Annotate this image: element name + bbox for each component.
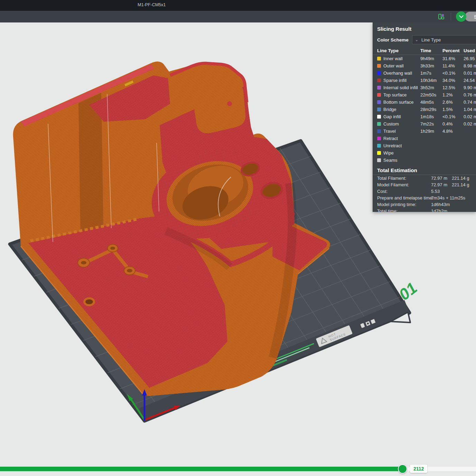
island-boss bbox=[194, 83, 246, 133]
slice-dropdown-button[interactable] bbox=[456, 11, 466, 22]
chevron-down-icon bbox=[459, 15, 464, 18]
line-type-row: Custom 7m22s0.4%0.02 m bbox=[373, 120, 476, 128]
color-scheme-dropdown[interactable]: ⌄ Line Type bbox=[412, 35, 476, 44]
line-type-row: Travel 1h29m4.8% bbox=[373, 128, 476, 135]
color-swatch bbox=[377, 78, 381, 82]
toolbar: S bbox=[0, 11, 476, 22]
slice-button-label: S bbox=[474, 14, 476, 20]
line-type-row: Gap infill 1m18s<0.1%0.02 m bbox=[373, 113, 476, 120]
color-swatch bbox=[377, 129, 381, 133]
chevron-down-icon: ⌄ bbox=[415, 38, 418, 42]
line-type-row: Bridge 28m29s1.5%1.04 m bbox=[373, 106, 476, 113]
line-type-header: Line Type Time Percent Used filament bbox=[373, 46, 476, 55]
color-swatch bbox=[377, 122, 381, 126]
slider-fill bbox=[0, 467, 402, 471]
color-swatch bbox=[377, 137, 381, 140]
color-swatch bbox=[377, 71, 381, 75]
color-scheme-label: Color Scheme bbox=[377, 37, 409, 43]
color-swatch bbox=[377, 100, 381, 104]
slider-handle[interactable] bbox=[398, 464, 407, 474]
line-type-row: Inner wall 9h49m31.6%26.95 m bbox=[373, 55, 476, 62]
color-swatch bbox=[377, 64, 381, 68]
slice-button[interactable]: S bbox=[465, 12, 476, 21]
estimation-row: Total Filament:72.97 m221.14 g bbox=[373, 175, 476, 181]
color-scheme-value: Line Type bbox=[421, 37, 441, 43]
color-swatch bbox=[377, 57, 381, 60]
island-hole bbox=[227, 101, 232, 106]
line-type-row: Sparse infill 10h34m34.0%24.54 m bbox=[373, 77, 476, 84]
title-bar: M1-PF-CM5x1 bbox=[0, 0, 476, 11]
total-estimation-title: Total Estimation bbox=[373, 167, 476, 173]
line-type-row: Retract bbox=[373, 135, 476, 142]
estimation-row: Prepare and timelapse time:7m34s + 11m25… bbox=[373, 195, 476, 201]
arrange-plate-button[interactable] bbox=[437, 12, 445, 21]
slicing-result-panel: Slicing Result Color Scheme ⌄ Line Type … bbox=[373, 22, 476, 212]
color-swatch bbox=[377, 115, 381, 119]
panel-title: Slicing Result bbox=[373, 22, 476, 35]
estimation-row: Total time:1d7h2m bbox=[373, 208, 476, 212]
line-type-row: Unretract bbox=[373, 142, 476, 149]
color-swatch bbox=[377, 158, 381, 162]
color-swatch bbox=[377, 93, 381, 97]
line-type-row: Seams bbox=[373, 157, 476, 164]
estimation-row: Model printing time:1d6h43m bbox=[373, 201, 476, 208]
color-swatch bbox=[377, 144, 381, 148]
estimation-row: Model Filament:72.97 m221.14 g bbox=[373, 181, 476, 188]
line-type-row: Outer wall 3h33m11.4%8.98 m bbox=[373, 62, 476, 69]
toolbar-divider bbox=[451, 13, 451, 20]
color-swatch bbox=[377, 108, 381, 111]
window-title: M1-PF-CM5x1 bbox=[138, 2, 166, 7]
toolpath-position-slider[interactable]: 2112 bbox=[0, 467, 476, 471]
line-type-row: Top surface 22m50s1.2%0.76 m bbox=[373, 91, 476, 99]
color-swatch bbox=[377, 151, 381, 155]
arrange-plate-icon bbox=[438, 13, 445, 20]
slider-value-badge: 2112 bbox=[410, 465, 427, 473]
estimation-row: Cost:5.53 bbox=[373, 188, 476, 195]
line-type-row: Bottom surface 48m5s2.6%0.74 m bbox=[373, 99, 476, 106]
line-type-row: Overhang wall 1m7s<0.1%0.01 m bbox=[373, 69, 476, 77]
line-type-row: Wipe bbox=[373, 149, 476, 157]
line-type-row: Internal solid infill 3h52m12.5%9.90 m bbox=[373, 84, 476, 91]
color-swatch bbox=[377, 86, 381, 90]
